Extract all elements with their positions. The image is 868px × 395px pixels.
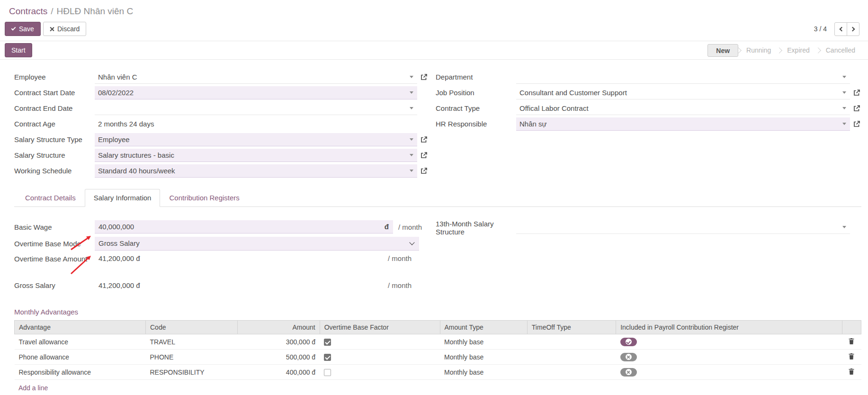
included-toggle[interactable] [620,353,637,361]
monthly-advantages-title: Monthly Advantages [14,308,861,316]
row-actions-cell[interactable] [842,334,861,350]
discard-button[interactable]: Discard [43,22,86,36]
amount-type-cell[interactable]: Monthly base [440,350,527,365]
tab-contract-details[interactable]: Contract Details [16,189,85,207]
overtime-factor-checkbox[interactable] [324,339,331,346]
timeoff-type-cell[interactable] [527,334,616,350]
dropdown-caret-icon[interactable] [410,91,413,94]
dropdown-caret-icon[interactable] [410,154,413,156]
overtime-factor-cell[interactable] [320,334,440,350]
save-button-label: Save [19,25,34,33]
salary-structure-type-input[interactable]: Employee [95,133,417,146]
external-link-icon[interactable] [420,167,429,175]
amount-type-cell[interactable]: Monthly base [440,365,527,380]
dropdown-caret-icon[interactable] [410,170,413,172]
column-included-in-register[interactable]: Included in Payroll Contribution Registe… [616,321,842,334]
stage-expired[interactable]: Expired [779,44,817,57]
hr-responsible-input[interactable]: Nhân sự [516,117,850,131]
external-link-icon[interactable] [853,105,861,112]
form-right-column: Department Job Position Consultant and C… [436,69,861,179]
breadcrumb-contracts-link[interactable]: Contracts [9,6,47,16]
department-input[interactable] [516,71,850,84]
overtime-base-amount-label: Overtime Base Amount [14,253,95,263]
contract-end-date-input[interactable] [95,102,417,115]
included-toggle[interactable] [620,368,637,377]
employee-input[interactable]: Nhân viên C [95,71,417,84]
included-toggle[interactable] [620,338,637,346]
chevron-right-icon [850,27,855,31]
column-amount-type[interactable]: Amount Type [440,321,527,334]
column-overtime-base-factor[interactable]: Overtime Base Factor [320,321,440,334]
included-cell[interactable] [616,365,842,380]
dropdown-caret-icon[interactable] [842,91,846,94]
tab-contribution-registers[interactable]: Contribution Registers [160,189,248,207]
advantage-code-cell[interactable]: RESPONSIBILITY [146,365,238,380]
column-actions-header [842,321,861,334]
advantage-name-cell[interactable]: Travel allowance [15,334,146,350]
contract-type-input[interactable]: Offical Labor Contract [516,102,850,115]
column-timeoff-type[interactable]: TimeOff Type [527,321,616,334]
dropdown-caret-icon[interactable] [410,107,413,109]
basic-wage-input[interactable]: 40,000,000 đ [95,220,393,233]
pager-next-button[interactable] [847,22,859,36]
tab-salary-information[interactable]: Salary Information [85,189,161,207]
timeoff-type-cell[interactable] [527,365,616,380]
breadcrumb-separator: / [51,6,53,16]
included-cell[interactable] [616,334,842,350]
table-row[interactable]: Travel allowance TRAVEL 300,000 đ Monthl… [15,334,861,350]
stage-running[interactable]: Running [738,44,779,57]
overtime-base-mode-select[interactable]: Gross Salary [95,237,419,251]
delete-row-icon[interactable] [848,368,855,375]
overtime-base-mode-value: Gross Salary [98,239,140,247]
advantage-name-cell[interactable]: Responsibility allowance [15,365,146,380]
column-advantage[interactable]: Advantage [15,321,146,334]
stage-new[interactable]: New [707,44,738,57]
stage-cancelled[interactable]: Cancelled [818,44,863,57]
advantage-amount-cell[interactable]: 400,000 đ [238,365,320,380]
salary-structure-input[interactable]: Salary structures - basic [95,149,417,162]
delete-row-icon[interactable] [848,338,855,345]
thirteenth-month-input[interactable] [516,220,850,234]
contract-start-date-input[interactable]: 08/02/2022 [95,86,417,99]
external-link-icon[interactable] [420,136,429,144]
thirteenth-month-label: 13th-Month Salary Structure [436,220,516,236]
dropdown-caret-icon[interactable] [410,76,413,78]
overtime-factor-cell[interactable] [320,365,440,380]
row-actions-cell[interactable] [842,350,861,365]
start-button[interactable]: Start [5,43,32,57]
delete-row-icon[interactable] [848,353,855,360]
statusbar: Start New Running Expired Cancelled [0,41,868,60]
contract-start-date-label: Contract Start Date [14,89,95,97]
hr-responsible-value: Nhân sự [519,120,547,128]
dropdown-caret-icon[interactable] [410,138,413,141]
column-code[interactable]: Code [146,321,238,334]
external-link-icon[interactable] [853,120,861,128]
column-amount[interactable]: Amount [238,321,320,334]
timeoff-type-cell[interactable] [527,350,616,365]
dropdown-caret-icon[interactable] [842,123,846,125]
working-schedule-input[interactable]: Standard 40 hours/week [95,164,417,178]
advantage-amount-cell[interactable]: 300,000 đ [238,334,320,350]
advantage-code-cell[interactable]: PHONE [146,350,238,365]
dropdown-caret-icon[interactable] [842,107,846,109]
pager-previous-button[interactable] [834,22,847,36]
advantage-amount-cell[interactable]: 500,000 đ [238,350,320,365]
overtime-factor-checkbox[interactable] [324,354,331,361]
dropdown-caret-icon[interactable] [842,76,846,78]
external-link-icon[interactable] [420,73,429,81]
overtime-factor-checkbox[interactable] [324,369,331,376]
external-link-icon[interactable] [853,89,861,97]
job-position-input[interactable]: Consultant and Customer Support [516,86,850,99]
add-a-line-link[interactable]: Add a line [18,384,48,392]
table-row[interactable]: Phone allowance PHONE 500,000 đ Monthly … [15,350,861,365]
included-cell[interactable] [616,350,842,365]
advantage-code-cell[interactable]: TRAVEL [146,334,238,350]
amount-type-cell[interactable]: Monthly base [440,334,527,350]
row-actions-cell[interactable] [842,365,861,380]
save-button[interactable]: Save [5,22,41,36]
dropdown-caret-icon[interactable] [842,226,846,228]
external-link-icon[interactable] [420,152,429,159]
table-row[interactable]: Responsibility allowance RESPONSIBILITY … [15,365,861,380]
advantage-name-cell[interactable]: Phone allowance [15,350,146,365]
overtime-factor-cell[interactable] [320,350,440,365]
